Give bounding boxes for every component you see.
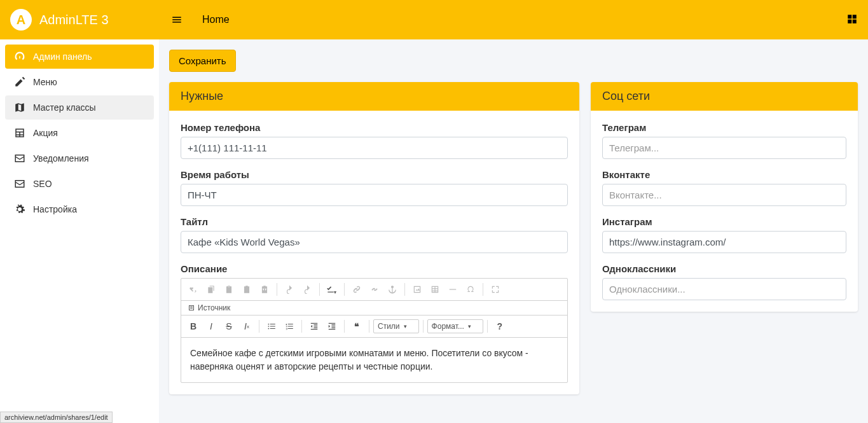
sidebar-item-label: SEO	[33, 179, 52, 189]
ig-input[interactable]	[602, 231, 846, 253]
ok-input[interactable]	[602, 278, 846, 300]
cog-icon	[13, 204, 27, 215]
title-label: Тайтл	[181, 216, 568, 227]
table-insert-icon[interactable]	[427, 281, 443, 298]
envelope-icon	[13, 153, 27, 164]
sidebar-item-label: Уведомления	[33, 153, 89, 163]
sidebar-item-label: Акция	[33, 128, 58, 138]
anchor-icon[interactable]	[384, 281, 401, 298]
strike-icon[interactable]: S	[221, 318, 237, 335]
sidebar-item-notifications[interactable]: Уведомления	[5, 146, 154, 170]
maximize-icon[interactable]	[487, 281, 504, 298]
title-input[interactable]	[181, 231, 568, 253]
rich-editor: ▾	[181, 278, 568, 383]
sidebar-item-seo[interactable]: SEO	[5, 172, 154, 196]
phone-input[interactable]	[181, 137, 568, 159]
card-social: Соц сети Телеграм Вконтакте Ин	[591, 82, 858, 312]
number-list-icon[interactable]	[281, 318, 298, 335]
ok-label: Одноклассники	[602, 263, 846, 274]
copy-icon[interactable]	[203, 281, 219, 298]
blockquote-icon[interactable]: ❝	[348, 318, 365, 335]
dashboard-icon	[13, 51, 27, 62]
paste-word-icon[interactable]	[256, 281, 273, 298]
brand-text: AdminLTE 3	[39, 13, 109, 27]
topbar: Home	[159, 0, 868, 39]
paste-icon[interactable]	[221, 281, 237, 298]
editor-content[interactable]: Семейное кафе с детскими игровыми комнат…	[181, 338, 567, 382]
indent-icon[interactable]	[324, 318, 340, 335]
sidebar-nav: Админ панель Меню Мастер классы Акция Ув…	[0, 39, 159, 228]
statusbar: archiview.net/admin/shares/1/edit	[0, 412, 113, 423]
envelope-icon	[13, 178, 27, 190]
spellcheck-icon[interactable]: ▾	[324, 281, 340, 298]
card-needed-title: Нужные	[169, 82, 579, 111]
svg-point-0	[268, 324, 269, 325]
image-icon[interactable]	[409, 281, 425, 298]
sidebar-item-label: Админ панель	[33, 52, 92, 62]
map-icon	[13, 102, 27, 113]
brand-logo-icon: A	[10, 9, 32, 31]
card-social-title: Соц сети	[591, 82, 858, 111]
svg-point-1	[268, 326, 269, 327]
home-link[interactable]: Home	[202, 14, 230, 25]
bullet-list-icon[interactable]	[263, 318, 280, 335]
outdent-icon[interactable]	[306, 318, 322, 335]
save-button[interactable]: Сохранить	[169, 50, 236, 72]
apps-grid-button[interactable]	[846, 13, 858, 27]
source-button[interactable]: Источник	[185, 303, 233, 312]
sidebar: A AdminLTE 3 Админ панель Меню Мастер кл…	[0, 0, 159, 423]
table-icon	[13, 127, 27, 139]
svg-point-2	[268, 328, 269, 329]
phone-label: Номер телефона	[181, 122, 568, 133]
telegram-input[interactable]	[602, 137, 846, 159]
cut-icon[interactable]	[185, 281, 202, 298]
telegram-label: Телеграм	[602, 122, 846, 133]
sidebar-item-label: Меню	[33, 77, 57, 87]
sidebar-item-settings[interactable]: Настройка	[5, 197, 154, 221]
unlink-icon[interactable]	[366, 281, 383, 298]
sidebar-item-label: Мастер классы	[33, 102, 96, 113]
paste-text-icon[interactable]	[238, 281, 255, 298]
undo-icon[interactable]	[281, 281, 298, 298]
bold-icon[interactable]: B	[185, 318, 202, 335]
hours-label: Время работы	[181, 169, 568, 180]
sidebar-item-menu[interactable]: Меню	[5, 70, 154, 94]
special-char-icon[interactable]	[462, 281, 479, 298]
sidebar-item-master-classes[interactable]: Мастер классы	[5, 95, 154, 120]
sidebar-item-admin-panel[interactable]: Админ панель	[5, 45, 154, 69]
brand[interactable]: A AdminLTE 3	[0, 0, 159, 39]
menu-toggle-button[interactable]	[169, 12, 184, 27]
card-needed: Нужные Номер телефона Время работы	[169, 82, 579, 394]
desc-label: Описание	[181, 263, 568, 274]
format-select[interactable]: Формат...	[427, 319, 483, 333]
sidebar-item-promo[interactable]: Акция	[5, 121, 154, 145]
ig-label: Инстаграм	[602, 216, 846, 227]
hr-icon[interactable]	[444, 281, 461, 298]
vk-input[interactable]	[602, 184, 846, 206]
hours-input[interactable]	[181, 184, 568, 206]
styles-select[interactable]: Стили	[373, 319, 419, 333]
help-icon[interactable]: ?	[492, 318, 508, 335]
link-icon[interactable]	[348, 281, 365, 298]
remove-format-icon[interactable]: Ix	[238, 318, 255, 335]
vk-label: Вконтакте	[602, 169, 846, 180]
redo-icon[interactable]	[299, 281, 315, 298]
italic-icon[interactable]: I	[203, 318, 219, 335]
sidebar-item-label: Настройка	[33, 204, 77, 214]
edit-icon	[13, 76, 27, 88]
